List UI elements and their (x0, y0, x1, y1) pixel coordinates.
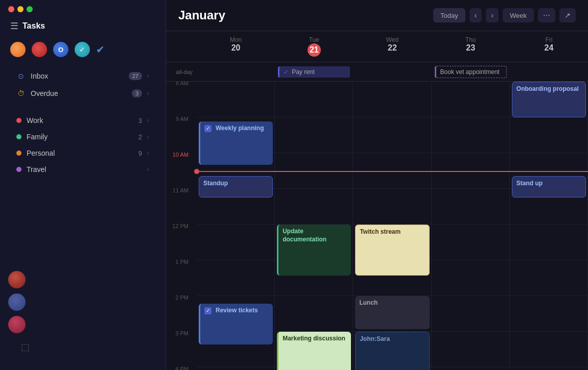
family-label: Family (27, 133, 133, 141)
time-cell-1pm-mon[interactable] (197, 260, 275, 296)
time-cell-10am-wed[interactable] (353, 153, 431, 189)
allday-cell-mon (197, 70, 275, 74)
lunch-title: Lunch (359, 299, 378, 306)
sidebar-item-work[interactable]: Work 3 › (10, 112, 155, 129)
time-cell-8am-tue[interactable] (275, 82, 353, 117)
avatar-3[interactable] (8, 316, 26, 333)
next-button[interactable]: › (486, 8, 499, 22)
work-count: 3 (138, 117, 142, 125)
review-tickets-title: Review tickets (216, 307, 258, 315)
inbox-icon: ⊙ (16, 71, 26, 81)
orange-app-icon[interactable] (10, 42, 26, 57)
sidebar-item-overdue[interactable]: ⏱ Overdue 3 › (10, 85, 155, 102)
calendar-bottom-icon[interactable]: ⬚ (16, 338, 34, 356)
twitch-stream-event[interactable]: Twitch stream (355, 225, 429, 276)
marketing-discussion-event[interactable]: Marketing discussion (277, 332, 351, 370)
overdue-badge: 3 (132, 89, 142, 97)
time-cell-12pm-thu[interactable] (432, 225, 510, 260)
time-cell-4pm-mon[interactable] (197, 367, 275, 370)
time-cell-2pm-tue[interactable] (275, 296, 353, 332)
pay-rent-event[interactable]: ✓ Pay rent (278, 66, 350, 78)
time-cell-11am-thu[interactable] (432, 189, 510, 225)
maximize-button[interactable] (27, 6, 33, 12)
time-cell-11am-wed[interactable] (353, 189, 431, 225)
calendar-title: January (178, 8, 425, 22)
inbox-section: ⊙ Inbox 27 › ⏱ Overdue 3 › (0, 64, 166, 105)
sidebar-item-personal[interactable]: Personal 9 › (10, 145, 155, 161)
time-cell-3pm-thu[interactable] (432, 332, 510, 367)
time-cell-9am-fri[interactable] (510, 117, 588, 153)
time-cell-12pm-fri[interactable] (510, 225, 588, 260)
book-vet-event[interactable]: Book vet appointment (435, 66, 507, 78)
time-cell-1pm-fri[interactable] (510, 260, 588, 296)
view-button[interactable]: Week (503, 8, 534, 22)
time-grid-container: 8 AM 9 AM (166, 82, 588, 370)
outlook-app-icon[interactable]: O (53, 42, 68, 57)
time-cell-4pm-thu[interactable] (432, 367, 510, 370)
standup-mon-title: Standup (203, 180, 228, 187)
sidebar-item-inbox[interactable]: ⊙ Inbox 27 › (10, 67, 155, 85)
avatar-1[interactable] (8, 271, 26, 288)
calendar-day-headers: Mon 20 Tue 21 Wed 22 Thu 23 Fri 24 (166, 31, 588, 62)
sidebar-item-travel[interactable]: Travel › (10, 161, 155, 178)
allday-cell-fri (510, 70, 588, 74)
time-cell-8am-wed[interactable] (353, 82, 431, 117)
family-count: 2 (138, 133, 142, 141)
review-tickets-event[interactable]: ✓ Review tickets (199, 304, 273, 344)
time-cell-9am-thu[interactable] (432, 117, 510, 153)
time-cell-12pm-mon[interactable] (197, 225, 275, 260)
standup-mon-event[interactable]: Standup (199, 176, 273, 198)
main-content: January Today ‹ › Week ⋯ ↗ Mon 20 Tue 21… (166, 0, 588, 370)
extra2-button[interactable]: ↗ (559, 8, 576, 22)
sidebar: ☰ Tasks O ✓ ✔ ⊙ Inbox 27 › ⏱ Overdue 3 › (0, 0, 166, 370)
time-cell-10am-thu[interactable] (432, 153, 510, 189)
day-header-thu: Thu 23 (432, 31, 510, 62)
time-cell-8am-thu[interactable] (432, 82, 510, 117)
day-header-mon: Mon 20 (197, 31, 275, 62)
weekly-planning-event[interactable]: ✓ Weekly planning (199, 121, 273, 165)
time-cell-9am-wed[interactable] (353, 117, 431, 153)
twitch-stream-title: Twitch stream (360, 228, 401, 235)
time-label-4pm: 4 PM (166, 366, 193, 370)
extra1-button[interactable]: ⋯ (538, 8, 555, 22)
overdue-chevron: › (147, 90, 149, 97)
time-cell-2pm-thu[interactable] (432, 296, 510, 332)
prev-button[interactable]: ‹ (469, 8, 482, 22)
main-header: January Today ‹ › Week ⋯ ↗ (166, 0, 588, 31)
onboarding-proposal-event[interactable]: Onboarding proposal (512, 82, 586, 117)
time-label-11am: 11 AM (166, 187, 193, 193)
standup-fri-event[interactable]: Stand up (512, 176, 586, 198)
pay-rent-check-icon: ✓ (284, 68, 289, 76)
time-cell-1pm-thu[interactable] (432, 260, 510, 296)
window-controls (0, 0, 166, 12)
clock-icon: ⏱ (16, 89, 26, 98)
sidebar-item-family[interactable]: Family 2 › (10, 129, 155, 145)
standup-fri-title: Stand up (516, 180, 543, 187)
red-app-icon[interactable] (32, 42, 47, 57)
john-sara-event[interactable]: John:Sara (355, 332, 429, 370)
allday-label: all-day (166, 69, 197, 75)
review-tickets-check-icon: ✓ (204, 307, 211, 314)
close-button[interactable] (8, 6, 14, 12)
teal-app-icon[interactable]: ✓ (75, 42, 90, 57)
time-label-12pm: 12 PM (166, 223, 193, 229)
time-cell-4pm-fri[interactable] (510, 367, 588, 370)
time-header-spacer (166, 31, 197, 62)
onboarding-proposal-title: Onboarding proposal (516, 85, 579, 92)
avatar-2[interactable] (8, 293, 26, 311)
time-cell-8am-mon[interactable] (197, 82, 275, 117)
time-cell-3pm-fri[interactable] (510, 332, 588, 367)
john-sara-title: John:Sara (360, 335, 390, 342)
time-cell-10am-tue[interactable] (275, 153, 353, 189)
lists-section: Work 3 › Family 2 › Personal 9 › Travel … (0, 109, 166, 181)
time-cell-2pm-fri[interactable] (510, 296, 588, 332)
minimize-button[interactable] (17, 6, 23, 12)
time-cell-9am-tue[interactable] (275, 117, 353, 153)
update-docs-event[interactable]: Update documentation (277, 225, 351, 276)
today-button[interactable]: Today (433, 8, 465, 22)
time-label-3pm: 3 PM (166, 330, 193, 336)
time-cell-11am-tue[interactable] (275, 189, 353, 225)
marketing-discussion-title: Marketing discussion (283, 335, 345, 342)
check-app-icon[interactable]: ✔ (96, 43, 105, 56)
lunch-event[interactable]: Lunch (355, 296, 429, 329)
